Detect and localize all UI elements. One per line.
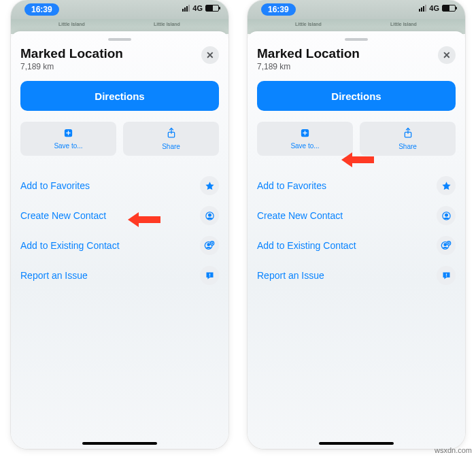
map-label: Little Island: [154, 22, 180, 27]
status-right: 4G: [182, 4, 219, 12]
row-create-contact[interactable]: Create New Contact: [20, 201, 219, 231]
row-report-issue[interactable]: Report an Issue: [20, 260, 219, 290]
save-label: Save to...: [290, 142, 319, 150]
contact-icon: [200, 206, 219, 225]
svg-rect-10: [209, 275, 209, 276]
row-add-favorites[interactable]: Add to Favorites: [257, 171, 456, 201]
signal-icon: [182, 5, 190, 12]
status-bar: 16:39 4G: [248, 0, 465, 19]
status-time: 16:39: [261, 3, 296, 16]
svg-point-7: [207, 243, 209, 246]
sheet-grabber[interactable]: [345, 38, 368, 41]
close-button[interactable]: ✕: [201, 46, 219, 64]
row-label: Report an Issue: [20, 270, 88, 281]
svg-rect-2: [66, 133, 70, 133]
home-indicator[interactable]: [319, 442, 394, 445]
row-existing-contact[interactable]: Add to Existing Contact: [20, 231, 219, 260]
svg-point-18: [444, 243, 446, 246]
network-label: 4G: [192, 4, 203, 12]
map-label: Little Island: [295, 22, 322, 27]
row-existing-contact[interactable]: Add to Existing Contact: [257, 231, 456, 260]
star-icon: [200, 176, 219, 195]
row-create-contact[interactable]: Create New Contact: [257, 201, 456, 231]
status-time: 16:39: [24, 3, 59, 16]
watermark: wsxdn.com: [435, 446, 472, 454]
row-label: Add to Favorites: [20, 180, 90, 191]
share-icon: [403, 127, 413, 141]
row-report-issue[interactable]: Report an Issue: [257, 260, 456, 290]
home-indicator[interactable]: [82, 442, 157, 445]
plus-square-icon: [63, 128, 73, 141]
phone-left: 16:39 4G Little Island Little Island Mar…: [11, 0, 228, 449]
report-icon: [200, 266, 219, 285]
row-add-favorites[interactable]: Add to Favorites: [20, 171, 219, 201]
svg-rect-9: [209, 273, 209, 275]
location-sheet: Marked Location 7,189 km ✕ Directions Sa…: [11, 31, 228, 449]
battery-icon: [205, 5, 219, 12]
row-label: Add to Existing Contact: [257, 240, 356, 251]
signal-icon: [419, 5, 426, 12]
row-label: Create New Contact: [20, 210, 106, 221]
svg-point-5: [208, 214, 211, 216]
row-label: Report an Issue: [257, 270, 324, 281]
status-bar: 16:39 4G: [11, 0, 228, 19]
contact-add-icon: [437, 236, 456, 255]
row-label: Create New Contact: [257, 210, 343, 221]
share-icon: [167, 127, 176, 141]
sheet-subtitle: 7,189 km: [257, 62, 360, 71]
row-label: Add to Favorites: [257, 180, 326, 191]
plus-square-icon: [300, 128, 310, 141]
network-label: 4G: [429, 4, 439, 12]
close-icon: ✕: [206, 50, 214, 61]
save-button[interactable]: Save to...: [20, 122, 116, 156]
svg-rect-20: [445, 273, 446, 275]
battery-icon: [442, 5, 456, 12]
svg-rect-21: [445, 275, 446, 276]
map-label: Little Island: [390, 22, 417, 27]
phone-right: 16:39 4G Little Island Little Island Mar…: [248, 0, 465, 449]
close-icon: ✕: [443, 50, 451, 61]
status-right: 4G: [419, 4, 456, 12]
share-button[interactable]: Share: [123, 122, 219, 156]
directions-button[interactable]: Directions: [20, 81, 219, 111]
save-label: Save to...: [54, 142, 82, 150]
directions-label: Directions: [95, 90, 144, 102]
sheet-subtitle: 7,189 km: [20, 62, 123, 71]
contact-icon: [437, 206, 456, 225]
report-icon: [437, 266, 456, 285]
share-button[interactable]: Share: [360, 122, 456, 156]
svg-rect-13: [303, 133, 307, 133]
directions-button[interactable]: Directions: [257, 81, 456, 111]
row-label: Add to Existing Contact: [20, 240, 120, 251]
svg-point-16: [445, 214, 447, 216]
map-label: Little Island: [58, 22, 85, 27]
directions-label: Directions: [331, 90, 381, 102]
save-button[interactable]: Save to...: [257, 122, 353, 156]
sheet-title: Marked Location: [257, 46, 360, 61]
share-label: Share: [398, 143, 417, 150]
share-label: Share: [162, 143, 180, 150]
contact-add-icon: [200, 236, 219, 255]
location-sheet: Marked Location 7,189 km ✕ Directions Sa…: [248, 31, 465, 449]
sheet-title: Marked Location: [20, 46, 123, 61]
star-icon: [437, 176, 456, 195]
sheet-grabber[interactable]: [108, 38, 131, 41]
close-button[interactable]: ✕: [438, 46, 456, 64]
